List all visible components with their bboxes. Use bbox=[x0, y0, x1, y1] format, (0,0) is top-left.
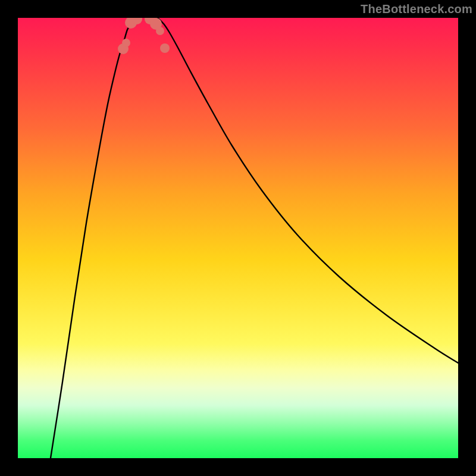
right-curve bbox=[158, 18, 458, 363]
valley-marker bbox=[160, 43, 170, 53]
chart-frame: TheBottleneck.com bbox=[0, 0, 476, 476]
left-curve bbox=[51, 18, 140, 458]
watermark-text: TheBottleneck.com bbox=[361, 2, 472, 16]
plot-area bbox=[18, 18, 458, 458]
curve-layer bbox=[18, 18, 458, 458]
valley-marker bbox=[156, 27, 164, 35]
valley-marker bbox=[122, 39, 130, 47]
